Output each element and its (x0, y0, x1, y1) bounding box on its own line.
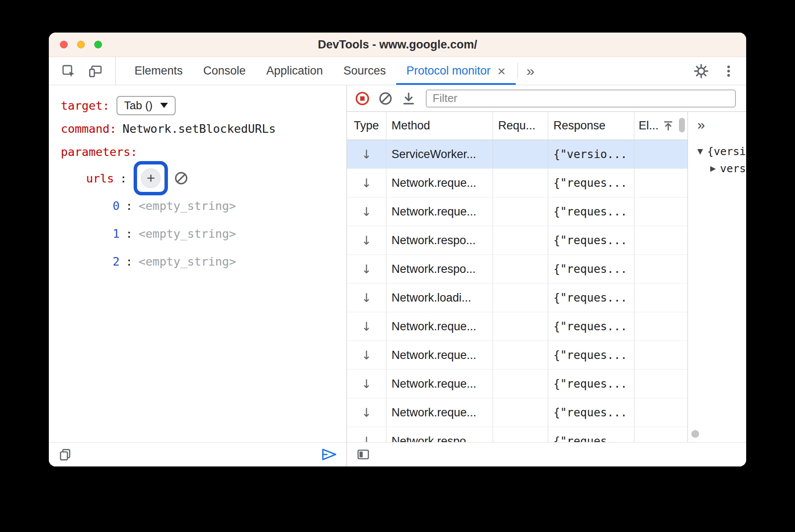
target-label: target: (61, 99, 110, 112)
add-url-button[interactable]: + (141, 168, 161, 188)
editor-bottom-toolbar (49, 442, 347, 466)
table-row[interactable]: ↓ Network.reque... {"reques... (347, 341, 687, 370)
window-title: DevTools - www.google.com/ (49, 38, 746, 51)
column-header-request[interactable]: Requ... (493, 112, 548, 140)
empty-string-value[interactable]: <empty_string> (139, 227, 236, 240)
table-row[interactable]: ↓ Network.reque... {"reques... (347, 370, 687, 398)
send-command-button[interactable] (321, 447, 337, 462)
colon: : (120, 172, 127, 185)
table-row[interactable]: ↓ Network.reque... {"reques... (347, 312, 687, 341)
colon: : (126, 227, 132, 240)
received-event-icon: ↓ (362, 262, 371, 276)
toolbar-left-icons (49, 57, 116, 85)
settings-gear-icon[interactable] (689, 57, 714, 85)
expand-sidebar-button[interactable]: » (697, 118, 746, 132)
block-icon (378, 91, 393, 106)
command-value[interactable]: Network.setBlockedURLs (123, 122, 276, 135)
tree-collapsed-arrow-icon: ▶ (710, 164, 716, 173)
target-select[interactable]: Tab () (117, 96, 176, 115)
protocol-monitor-pane: Type Method Requ... Response El... (347, 85, 746, 466)
urls-label: urls (86, 172, 114, 185)
parameters-line: parameters: (61, 144, 347, 159)
tree-expanded-arrow-icon: ▼ (697, 147, 703, 155)
command-label: command: (61, 122, 117, 135)
toolbar-right-icons (689, 57, 746, 85)
dropdown-arrow-icon (160, 103, 168, 108)
detail-sidebar: » ▼ {versio ▶ versio (687, 112, 746, 442)
received-event-icon: ↓ (362, 291, 371, 305)
kebab-menu-icon[interactable] (716, 57, 741, 85)
titlebar: DevTools - www.google.com/ (49, 33, 746, 57)
urls-line: urls : + (61, 160, 347, 197)
tab-application[interactable]: Application (256, 57, 333, 85)
close-traffic-light[interactable] (60, 41, 68, 48)
column-header-response[interactable]: Response (548, 112, 634, 140)
save-button[interactable] (399, 89, 418, 108)
received-event-icon: ↓ (362, 233, 371, 248)
tree-item[interactable]: ▼ {versio (697, 143, 746, 160)
vertical-scrollbar-thumb[interactable] (679, 118, 685, 132)
close-tab-icon[interactable]: × (497, 64, 505, 78)
tab-elements[interactable]: Elements (124, 57, 193, 85)
table-row[interactable]: ↓ Network.respo... {"reques... (347, 427, 687, 442)
colon: : (126, 255, 132, 268)
record-button[interactable] (353, 89, 372, 108)
url-item-line: 0 : <empty_string> (61, 198, 347, 213)
record-icon (355, 91, 370, 106)
filter-input[interactable] (426, 90, 736, 108)
received-event-icon: ↓ (362, 348, 371, 362)
command-line: command: Network.setBlockedURLs (61, 121, 347, 136)
clear-urls-button[interactable] (174, 171, 188, 185)
window-controls (60, 33, 102, 57)
copy-command-button[interactable] (58, 448, 72, 461)
zoom-traffic-light[interactable] (94, 41, 102, 48)
minimize-traffic-light[interactable] (77, 41, 85, 48)
table-row[interactable]: ↓ Network.reque... {"reques... (347, 197, 687, 226)
toggle-sidebar-button[interactable] (356, 448, 370, 461)
received-event-icon: ↓ (362, 147, 371, 161)
command-editor-pane: target: Tab () command: Network.setBlock… (49, 85, 347, 466)
monitor-body: Type Method Requ... Response El... (347, 112, 746, 442)
tab-sources[interactable]: Sources (333, 57, 396, 85)
monitor-toolbar (347, 85, 746, 112)
table-rows-viewport: ↓ ServiceWorker... {"versio... ↓ Network… (347, 140, 687, 442)
target-line: target: Tab () (61, 98, 347, 113)
empty-string-value[interactable]: <empty_string> (139, 255, 236, 268)
sort-ascending-icon (662, 120, 674, 132)
target-select-value: Tab () (124, 99, 152, 112)
json-editor: target: Tab () command: Network.setBlock… (49, 85, 347, 442)
inspect-element-button[interactable] (61, 64, 76, 78)
empty-string-value[interactable]: <empty_string> (139, 199, 236, 212)
array-index: 1 (113, 227, 120, 240)
column-header-method[interactable]: Method (386, 112, 493, 140)
devtools-window: DevTools - www.google.com/ Elements Cons… (49, 33, 746, 466)
array-index: 2 (113, 255, 120, 268)
received-event-icon: ↓ (362, 434, 371, 442)
received-event-icon: ↓ (362, 205, 371, 219)
main-area: target: Tab () command: Network.setBlock… (49, 85, 746, 466)
table-row[interactable]: ↓ Network.reque... {"reques... (347, 398, 687, 427)
panel-left-icon (356, 448, 370, 461)
tab-console[interactable]: Console (193, 57, 256, 85)
double-chevron-icon: » (526, 63, 535, 79)
tab-separator (517, 63, 518, 79)
sidebar-scrollbar-thumb[interactable] (691, 430, 699, 438)
devtools-tab-bar: Elements Console Application Sources Pro… (49, 57, 746, 85)
table-row[interactable]: ↓ Network.respo... {"reques... (347, 255, 687, 284)
panel-tabs: Elements Console Application Sources Pro… (124, 57, 541, 85)
device-toolbar-button[interactable] (88, 64, 103, 78)
table-row[interactable]: ↓ Network.respo... {"reques... (347, 226, 687, 255)
tree-item[interactable]: ▶ versio (697, 160, 746, 177)
table-row[interactable]: ↓ Network.reque... {"reques... (347, 169, 687, 197)
url-item-line: 2 : <empty_string> (61, 254, 347, 269)
table-row[interactable]: ↓ Network.loadi... {"reques... (347, 284, 687, 312)
column-header-type[interactable]: Type (347, 112, 386, 140)
received-event-icon: ↓ (362, 320, 371, 334)
table-row[interactable]: ↓ ServiceWorker... {"versio... (347, 140, 687, 169)
url-item-line: 1 : <empty_string> (61, 226, 347, 241)
clear-button[interactable] (376, 89, 395, 108)
received-event-icon: ↓ (362, 406, 371, 420)
parameters-label: parameters: (61, 145, 137, 158)
more-tabs-button[interactable]: » (520, 57, 541, 85)
tab-protocol-monitor[interactable]: Protocol monitor × (396, 57, 516, 85)
